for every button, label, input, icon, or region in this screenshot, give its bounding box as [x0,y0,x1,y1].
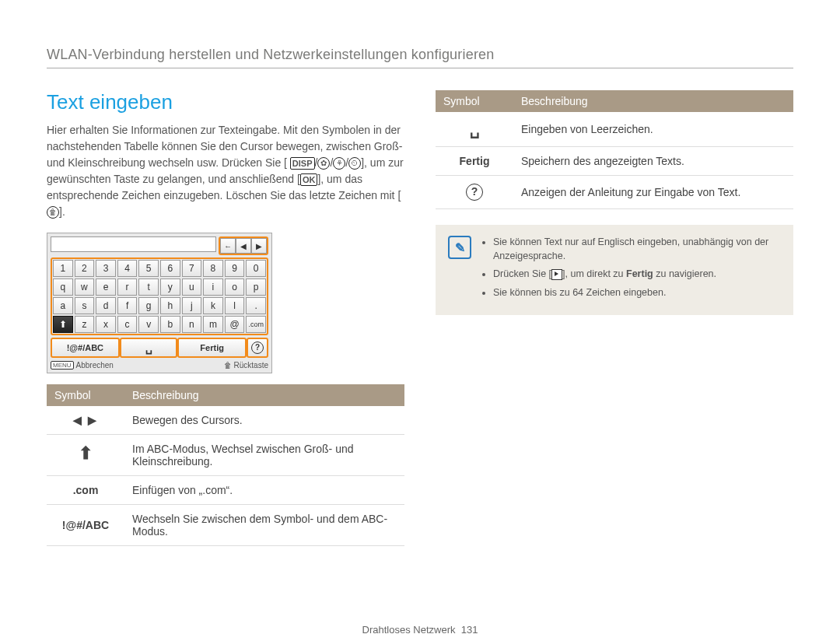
key-e[interactable]: e [96,278,116,296]
table-row: .comEinfügen von „.com“. [47,476,404,505]
key-4[interactable]: 4 [117,260,138,277]
key-f[interactable]: f [117,297,138,314]
table-row: ◀ ▶Bewegen des Cursors. [47,406,404,435]
play-icon [551,269,562,280]
table-row: ?Anzeigen der Anleitung zur Eingabe von … [436,176,793,209]
key-0[interactable]: 0 [246,260,266,277]
key-i[interactable]: i [203,278,223,296]
flash-icon: ⚘ [333,157,345,170]
description-cell: Wechseln Sie zwischen dem Symbol- und de… [124,505,404,546]
key-v[interactable]: v [138,316,159,333]
key-w[interactable]: w [75,278,95,296]
key-dotcom[interactable]: .com [246,316,266,333]
description-cell: Eingeben von Leerzeichen. [513,112,793,147]
keyboard-nav-left[interactable]: ◀ [236,238,251,254]
key-b[interactable]: b [160,316,180,333]
key-6[interactable]: 6 [160,260,180,277]
key-q[interactable]: q [53,278,73,296]
key-9[interactable]: 9 [225,260,245,277]
info-item: Sie können Text nur auf Englisch eingebe… [493,236,781,263]
key-n[interactable]: n [182,316,202,333]
table-row: !@#/ABCWechseln Sie zwischen dem Symbol-… [47,505,404,546]
legend-left-header-desc: Beschreibung [124,384,404,406]
key-u[interactable]: u [182,278,202,296]
symbol-cell: ? [436,176,513,209]
symbol-cell: ␣ [436,112,513,147]
description-cell: Einfügen von „.com“. [124,476,404,505]
key-1[interactable]: 1 [53,260,73,277]
key-g[interactable]: g [138,297,159,314]
info-item: Sie können bis zu 64 Zeichen eingeben. [493,286,781,300]
key-t[interactable]: t [138,278,159,296]
keyboard-backspace-hint: 🗑Rücktaste [224,361,268,370]
table-row: ␣Eingeben von Leerzeichen. [436,112,793,147]
key-r[interactable]: r [117,278,138,296]
info-item: Drücken Sie [], um direkt zu Fertig zu n… [493,268,781,282]
key-m[interactable]: m [203,316,223,333]
key-k[interactable]: k [203,297,223,314]
key-o[interactable]: o [225,278,245,296]
key-3[interactable]: 3 [96,260,116,277]
intro-paragraph: Hier erhalten Sie Informationen zur Text… [47,122,404,220]
key-7[interactable]: 7 [182,260,202,277]
breadcrumb: WLAN-Verbindung herstellen und Netzwerke… [47,47,793,68]
key-@[interactable]: @ [225,316,245,333]
keyboard-text-field[interactable] [51,236,216,252]
symbol-cell: .com [47,476,124,505]
info-box: ✎ Sie können Text nur auf Englisch einge… [436,225,793,315]
key-x[interactable]: x [96,316,116,333]
table-row: FertigSpeichern des angezeigten Texts. [436,147,793,176]
key-a[interactable]: a [53,297,73,314]
description-cell: Im ABC-Modus, Wechsel zwischen Groß- und… [124,435,404,476]
legend-table-left: Symbol Beschreibung ◀ ▶Bewegen des Curso… [47,384,404,546]
description-cell: Bewegen des Cursors. [124,406,404,435]
symbol-cell: ◀ ▶ [47,406,124,435]
keyboard-help[interactable]: ? [247,338,268,358]
symbol-cell: ⬆ [47,435,124,476]
page-title: Text eingeben [47,90,404,114]
key-.[interactable]: . [246,297,266,314]
timer-icon: ⏲ [348,157,361,170]
keyboard-done[interactable]: Fertig [177,338,247,358]
symbol-cell: Fertig [436,147,513,176]
legend-right-header-desc: Beschreibung [513,90,793,112]
legend-table-right: Symbol Beschreibung ␣Eingeben von Leerze… [436,90,793,209]
key-8[interactable]: 8 [203,260,223,277]
key-d[interactable]: d [96,297,116,314]
ok-badge: OK [300,173,318,186]
legend-left-header-symbol: Symbol [47,384,124,406]
legend-right-header-symbol: Symbol [436,90,513,112]
onscreen-keyboard: ← ◀ ▶ 1234567890 qwertyuiop asdfghjkl. ⬆… [47,233,272,373]
keyboard-mode-toggle[interactable]: !@#/ABC [51,338,120,358]
key-l[interactable]: l [225,297,245,314]
keyboard-nav-right[interactable]: ▶ [251,238,267,254]
right-column: Symbol Beschreibung ␣Eingeben von Leerze… [436,90,793,546]
key-j[interactable]: j [182,297,202,314]
keyboard-nav-backspace[interactable]: ← [220,238,236,254]
description-cell: Anzeigen der Anleitung zur Eingabe von T… [513,176,793,209]
key-c[interactable]: c [117,316,138,333]
left-column: Text eingeben Hier erhalten Sie Informat… [47,90,404,546]
key-h[interactable]: h [160,297,180,314]
key-s[interactable]: s [75,297,95,314]
symbol-cell: !@#/ABC [47,505,124,546]
delete-icon: 🗑 [47,206,59,219]
key-p[interactable]: p [246,278,266,296]
key-5[interactable]: 5 [138,260,159,277]
key-shift[interactable]: ⬆ [53,316,73,333]
page-footer: Drahtloses Netzwerk 131 [47,624,793,634]
info-icon: ✎ [448,236,471,259]
description-cell: Speichern des angezeigten Texts. [513,147,793,176]
keyboard-space[interactable]: ␣ [120,338,178,358]
macro-icon: ✿ [317,157,330,170]
table-row: ⬆Im ABC-Modus, Wechsel zwischen Groß- un… [47,435,404,476]
key-2[interactable]: 2 [75,260,95,277]
key-y[interactable]: y [160,278,180,296]
disp-badge: DISP [290,157,315,170]
keyboard-cancel-hint: MENUAbbrechen [51,361,114,370]
key-z[interactable]: z [75,316,95,333]
